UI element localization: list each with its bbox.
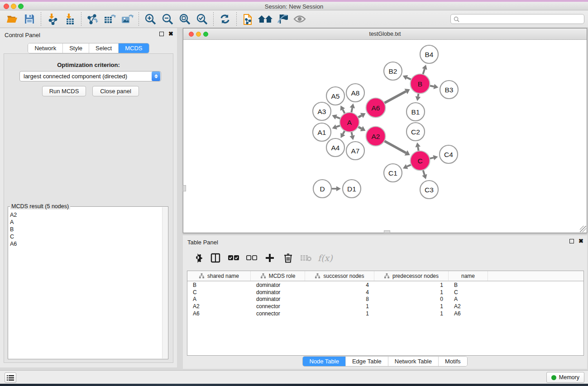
- tab-edge-table[interactable]: Edge Table: [346, 357, 388, 366]
- tab-motifs[interactable]: Motifs: [439, 357, 467, 366]
- column-header-successor-nodes[interactable]: successor nodes: [305, 271, 374, 281]
- graph-edge-A-A5[interactable]: [343, 110, 345, 114]
- splitter-handle[interactable]: [183, 185, 186, 191]
- graph-edge-A2-C[interactable]: [384, 141, 406, 152]
- show-columns-button[interactable]: [209, 251, 222, 265]
- table-settings-button[interactable]: [191, 251, 204, 265]
- table-cell[interactable]: 8: [305, 296, 374, 302]
- table-cell[interactable]: connector: [251, 310, 305, 317]
- table-cell[interactable]: 1: [374, 310, 449, 317]
- table-cell[interactable]: A6: [187, 310, 251, 317]
- table-cell[interactable]: A: [187, 296, 251, 302]
- search-input[interactable]: [461, 16, 581, 22]
- column-header-predecessor-nodes[interactable]: predecessor nodes: [374, 271, 449, 281]
- zoom-selected-button[interactable]: [193, 12, 210, 26]
- close-panel-button[interactable]: Close panel: [92, 86, 139, 96]
- table-cell[interactable]: 4: [305, 289, 374, 295]
- graph-edge-A-A6[interactable]: [358, 115, 362, 117]
- zoom-fit-button[interactable]: [176, 12, 193, 26]
- network-window-titlebar[interactable]: testGlobe.txt: [183, 29, 587, 40]
- mcds-result-list[interactable]: A2ABCA6: [10, 211, 162, 358]
- table-cell[interactable]: 1: [374, 282, 449, 288]
- save-session-button[interactable]: [21, 12, 38, 26]
- resize-grip[interactable]: [580, 226, 586, 232]
- graph-edge-C-C4[interactable]: [430, 157, 434, 158]
- graph-edge-B-B2[interactable]: [407, 77, 411, 80]
- network-canvas[interactable]: B4B2BB3A8A5A6B1A3AC2A1A2A4A7C4CC1DD1C3: [183, 40, 587, 233]
- table-cell[interactable]: C: [187, 289, 251, 295]
- search-field[interactable]: [450, 14, 584, 24]
- deselect-all-button[interactable]: [245, 251, 258, 265]
- new-network-from-file-button[interactable]: [239, 12, 257, 26]
- tab-style[interactable]: Style: [63, 43, 89, 53]
- memory-button[interactable]: Memory: [546, 372, 584, 383]
- float-panel-icon[interactable]: [159, 32, 164, 36]
- table-row[interactable]: Cdominator41C: [187, 289, 583, 296]
- table-cell[interactable]: C: [449, 289, 488, 295]
- delete-column-button[interactable]: [282, 251, 294, 265]
- show-eye-button[interactable]: [291, 12, 308, 26]
- open-file-button[interactable]: [4, 12, 21, 26]
- table-cell[interactable]: 4: [305, 282, 374, 288]
- tab-node-table[interactable]: Node Table: [303, 357, 346, 366]
- graph-edge-C-C2[interactable]: [418, 147, 418, 151]
- export-image-button[interactable]: [119, 12, 136, 26]
- graph-edge-A-A2[interactable]: [358, 127, 362, 129]
- table-cell[interactable]: A6: [449, 310, 488, 317]
- graph-edge-A-A4[interactable]: [343, 131, 344, 134]
- table-cell[interactable]: 0: [374, 296, 449, 302]
- import-table-button[interactable]: [61, 12, 78, 26]
- optimization-criterion-select[interactable]: largest connected component (directed): [19, 71, 161, 81]
- table-cell[interactable]: dominator: [251, 296, 305, 302]
- table-cell[interactable]: A2: [449, 303, 488, 310]
- graph-edge-A-A8[interactable]: [351, 108, 352, 113]
- task-history-button[interactable]: [5, 372, 16, 383]
- result-item[interactable]: A: [10, 219, 162, 226]
- close-panel-icon[interactable]: ✖: [168, 32, 173, 36]
- graph-edge-A-A3[interactable]: [336, 117, 340, 119]
- result-item[interactable]: B: [10, 226, 162, 233]
- tab-network-table[interactable]: Network Table: [388, 357, 439, 366]
- graph-edge-B-B4[interactable]: [423, 69, 425, 74]
- refresh-button[interactable]: [216, 12, 234, 26]
- tab-select[interactable]: Select: [89, 43, 119, 53]
- export-table-button[interactable]: [101, 12, 119, 26]
- export-network-button[interactable]: [84, 12, 101, 26]
- table-row[interactable]: Bdominator41B: [187, 281, 583, 289]
- result-item[interactable]: A6: [10, 240, 162, 248]
- delete-table-button[interactable]: [300, 251, 312, 265]
- zoom-in-button[interactable]: [142, 12, 159, 26]
- close-panel-icon[interactable]: ✖: [578, 239, 583, 243]
- graph-edge-B-B3[interactable]: [430, 86, 434, 86]
- column-header-shared-name[interactable]: shared name: [187, 271, 251, 281]
- table-cell[interactable]: 1: [374, 303, 449, 310]
- result-item[interactable]: A2: [10, 211, 162, 219]
- home-button[interactable]: [257, 12, 274, 26]
- result-item[interactable]: C: [10, 233, 162, 240]
- column-header-name[interactable]: name: [449, 271, 488, 281]
- add-column-button[interactable]: [263, 251, 276, 265]
- table-cell[interactable]: 1: [374, 289, 449, 295]
- import-network-button[interactable]: [44, 12, 61, 26]
- tab-network[interactable]: Network: [28, 43, 63, 53]
- hide-panel-flag-button[interactable]: [274, 12, 291, 26]
- table-cell[interactable]: dominator: [251, 289, 305, 295]
- table-cell[interactable]: A2: [187, 303, 251, 310]
- table-cell[interactable]: dominator: [251, 282, 305, 288]
- table-row[interactable]: A2connector11A2: [187, 303, 583, 310]
- tab-mcds[interactable]: MCDS: [119, 43, 148, 53]
- graph-edge-C-C3[interactable]: [423, 170, 424, 175]
- table-row[interactable]: A6connector11A6: [187, 310, 583, 317]
- graph-edge-C-C1[interactable]: [407, 165, 411, 167]
- table-cell[interactable]: B: [187, 282, 251, 288]
- table-cell[interactable]: connector: [251, 303, 305, 310]
- table-cell[interactable]: 1: [305, 303, 374, 310]
- table-row[interactable]: Adominator80A: [187, 295, 583, 303]
- node-table[interactable]: shared nameMCDS rolesuccessor nodesprede…: [187, 271, 584, 356]
- function-builder-button[interactable]: f(x): [318, 253, 333, 263]
- table-cell[interactable]: 1: [305, 310, 374, 317]
- graph-edge-A-A7[interactable]: [351, 132, 352, 136]
- result-scrollbar[interactable]: [162, 207, 167, 358]
- splitter-handle[interactable]: [384, 230, 390, 233]
- table-cell[interactable]: B: [449, 282, 488, 288]
